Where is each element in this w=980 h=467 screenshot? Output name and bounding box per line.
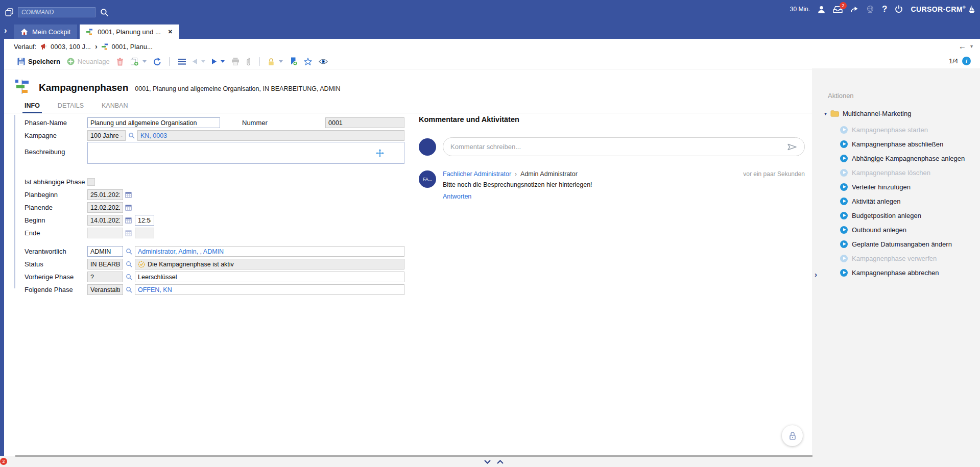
prev-dropdown-icon[interactable] [201, 60, 205, 63]
play-icon [840, 155, 848, 162]
beginn-time-field[interactable] [135, 215, 154, 226]
copy-dropdown-icon[interactable] [142, 60, 147, 63]
save-button[interactable]: Speichern [17, 58, 60, 65]
page-subtitle: 0001, Planung und allgemeine Organisatio… [135, 85, 340, 92]
tab-details[interactable]: DETAILS [56, 100, 86, 113]
action-item[interactable]: Outbound anlegen [824, 223, 977, 237]
action-item[interactable]: Aktivität anlegen [824, 194, 977, 208]
phase-form: Phasen-Name Nummer Kampagne KN, 0003 Bes… [25, 116, 404, 296]
comment-input[interactable] [450, 143, 783, 151]
tab-mein-cockpit[interactable]: Mein Cockpit [14, 24, 77, 39]
sidebar-expand-icon[interactable]: › [4, 26, 7, 36]
copy-record-button[interactable] [130, 58, 147, 66]
comments-section: Kommentare und Aktivitäten FA... Fachlic… [419, 115, 805, 201]
tab-record[interactable]: 0001, Planung und ... ✕ [80, 24, 179, 39]
attachment-button[interactable] [246, 58, 251, 66]
logout-power-icon[interactable] [895, 5, 903, 13]
redo-arrow-icon[interactable] [850, 6, 858, 13]
bookmark-add-button[interactable] [290, 57, 297, 66]
lookup-icon[interactable] [126, 286, 132, 293]
verantwortlich-link[interactable]: Administrator, Admin, , ADMIN [138, 248, 224, 255]
beginn-date-field[interactable] [87, 215, 123, 226]
action-item[interactable]: Kampagnenphase abbrechen [824, 265, 977, 280]
lookup-icon[interactable] [126, 248, 132, 255]
move-resize-icon[interactable] [376, 149, 384, 157]
breadcrumb-item-campaign[interactable]: 0003, 100 J... [40, 43, 91, 51]
windows-icon[interactable] [5, 8, 13, 16]
breadcrumb-item-phase[interactable]: 0001, Planu... [102, 43, 153, 51]
calendar-icon[interactable] [125, 217, 132, 224]
ende-time-field [135, 228, 154, 238]
beschreibung-textarea[interactable] [87, 142, 404, 164]
history-dropdown-icon[interactable]: ▾ [970, 43, 973, 49]
new-record-button[interactable]: Neuanlage [67, 58, 110, 65]
refresh-icon [153, 58, 161, 66]
record-pager: 1/4 [949, 57, 958, 65]
refresh-button[interactable] [153, 58, 161, 66]
help-icon[interactable]: ? [882, 4, 887, 14]
action-label: Geplante Datumsangaben ändern [852, 240, 952, 248]
watch-button[interactable] [319, 59, 328, 64]
form-row-planende: Planende [25, 201, 404, 214]
action-item[interactable]: Kampagnenphase verwerfen [824, 251, 977, 265]
gantt-icon [86, 29, 93, 35]
actions-title: Aktionen [828, 92, 854, 100]
action-item[interactable]: Kampagnenphase starten [824, 122, 977, 137]
tab-info[interactable]: INFO [22, 100, 42, 113]
menu-button[interactable] [178, 59, 186, 65]
verantwortlich-input[interactable] [87, 246, 123, 257]
tab-close-icon[interactable]: ✕ [168, 29, 173, 35]
field-label: Nummer [242, 119, 303, 127]
delete-button[interactable] [116, 58, 124, 66]
play-icon [840, 240, 848, 248]
reply-link[interactable]: Antworten [443, 193, 471, 200]
field-label: Planende [25, 204, 87, 211]
command-input[interactable] [18, 7, 95, 17]
field-label: Kampagne [25, 132, 87, 139]
lookup-icon[interactable] [128, 132, 135, 139]
scroll-up-icon[interactable] [497, 460, 504, 464]
tab-kanban[interactable]: KANBAN [100, 100, 130, 113]
prev-record-button[interactable] [193, 59, 205, 64]
action-item[interactable]: Abhängige Kampagnenphase anlegen [824, 151, 977, 165]
calendar-icon[interactable] [125, 191, 132, 198]
comment-author-link[interactable]: Fachlicher Administrator [443, 170, 511, 178]
calendar-icon [125, 230, 132, 236]
abhaengige-phase-checkbox[interactable] [87, 178, 95, 186]
tree-collapse-icon[interactable]: ▾ [824, 111, 827, 116]
comment-input-pill[interactable] [443, 137, 805, 156]
planende-field[interactable] [87, 202, 123, 213]
action-item[interactable]: Kampagnenphase abschließen [824, 137, 977, 151]
corner-notification-badge[interactable]: 2 [0, 458, 7, 465]
print-button[interactable] [231, 58, 240, 65]
lookup-icon[interactable] [126, 261, 132, 267]
phasen-name-input[interactable] [87, 117, 220, 128]
bottom-scrollbar[interactable] [15, 455, 812, 457]
next-record-button[interactable] [212, 59, 225, 64]
next-dropdown-icon[interactable] [221, 60, 225, 63]
lock-button[interactable] [268, 58, 283, 66]
lookup-icon[interactable] [126, 274, 132, 280]
folgende-link[interactable]: OFFEN, KN [138, 286, 172, 293]
info-icon[interactable]: i [962, 57, 971, 65]
favorite-button[interactable] [304, 58, 312, 65]
action-item[interactable]: Geplante Datumsangaben ändern [824, 237, 977, 251]
action-item[interactable]: Verteiler hinzufügen [824, 180, 977, 194]
breadcrumb-prefix: Verlauf: [14, 43, 36, 51]
calendar-icon[interactable] [125, 204, 132, 211]
action-item[interactable]: Kampagnenphase löschen [824, 165, 977, 180]
kampagne-link[interactable]: KN, 0003 [140, 132, 167, 139]
send-icon[interactable] [787, 143, 797, 151]
lock-dropdown-icon[interactable] [279, 60, 283, 63]
scroll-down-icon[interactable] [484, 460, 491, 464]
user-icon[interactable] [818, 6, 825, 13]
action-item[interactable]: Budgetposition anlegen [824, 208, 977, 223]
lock-fab-button[interactable] [782, 425, 803, 446]
panel-collapse-icon[interactable]: › [815, 270, 817, 279]
planbeginn-field[interactable] [87, 189, 123, 200]
search-icon[interactable] [100, 8, 109, 17]
inbox-icon[interactable]: 2 [833, 6, 843, 13]
history-back-icon[interactable]: ← [959, 42, 966, 51]
field-label: Ende [25, 229, 87, 237]
actions-group[interactable]: ▾ Multichannel-Marketing [824, 107, 977, 119]
